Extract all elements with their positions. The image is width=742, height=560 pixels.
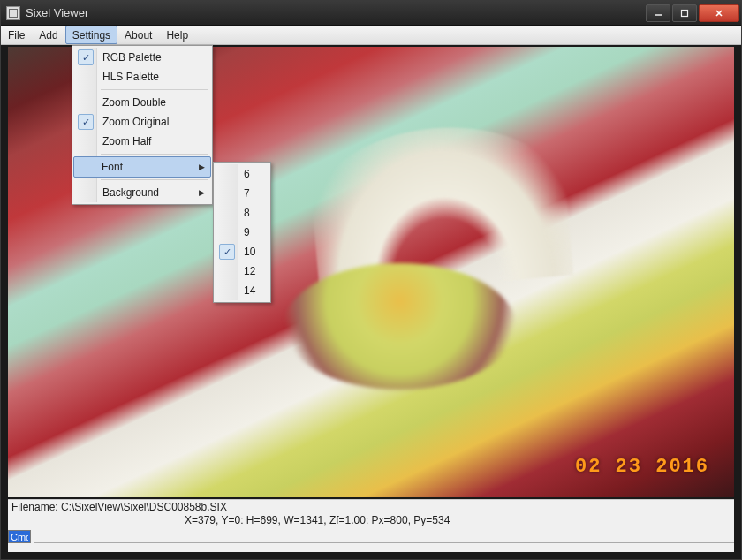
settings-dropdown: ✓ RGB Palette HLS Palette Zoom Double ✓ … (72, 45, 213, 205)
menuitem-font-7[interactable]: 7 (216, 184, 269, 203)
menu-help[interactable]: Help (159, 26, 195, 44)
menu-about[interactable]: About (117, 26, 159, 44)
submenu-arrow-icon: ▶ (199, 163, 205, 171)
statusbar: Filename: C:\SixelView\Sixel\DSC00858b.S… (8, 499, 734, 552)
menuitem-font-8[interactable]: 8 (216, 203, 269, 223)
menuitem-background[interactable]: Background ▶ (74, 183, 210, 202)
menuitem-hls-palette[interactable]: HLS Palette (74, 67, 210, 87)
image-datestamp: 02 23 2016 (575, 456, 709, 478)
menu-settings[interactable]: Settings (65, 26, 117, 44)
menu-file[interactable]: File (1, 26, 32, 44)
check-icon: ✓ (219, 244, 235, 260)
menuitem-rgb-palette[interactable]: ✓ RGB Palette (74, 48, 210, 67)
status-metrics: X=379, Y=0: H=699, W=1341, Zf=1.00: Px=8… (185, 514, 450, 528)
menu-add[interactable]: Add (32, 26, 64, 44)
close-button[interactable] (699, 4, 739, 22)
menuitem-font-12[interactable]: 12 (216, 261, 269, 281)
status-filename: Filename: C:\SixelView\Sixel\DSC00858b.S… (11, 501, 227, 513)
minimize-button[interactable] (646, 4, 670, 22)
menuitem-font-6[interactable]: 6 (216, 164, 269, 184)
submenu-arrow-icon: ▶ (199, 188, 205, 197)
window-controls (646, 4, 739, 22)
font-dropdown: 6 7 8 9 ✓ 10 12 14 (213, 162, 271, 303)
menubar: File Add Settings About Help (1, 26, 741, 45)
separator (101, 179, 208, 180)
app-window: Sixel Viewer File Add Settings About Hel… (0, 0, 742, 560)
check-icon: ✓ (78, 114, 94, 130)
titlebar[interactable]: Sixel Viewer (1, 1, 741, 26)
check-icon: ✓ (78, 49, 94, 65)
app-icon (6, 6, 20, 20)
menuitem-font[interactable]: Font ▶ (73, 156, 211, 178)
menuitem-zoom-double[interactable]: Zoom Double (74, 93, 210, 112)
menuitem-font-10[interactable]: ✓ 10 (216, 242, 269, 261)
window-title: Sixel Viewer (26, 6, 88, 19)
menuitem-font-9[interactable]: 9 (216, 223, 269, 242)
menuitem-font-14[interactable]: 14 (216, 281, 269, 300)
cmd-line[interactable] (34, 530, 734, 543)
svg-rect-1 (682, 10, 688, 16)
menuitem-zoom-half[interactable]: Zoom Half (74, 132, 210, 151)
maximize-button[interactable] (672, 4, 697, 22)
separator (101, 154, 208, 155)
separator (101, 89, 208, 90)
menuitem-zoom-original[interactable]: ✓ Zoom Original (74, 112, 210, 132)
cmd-input[interactable] (8, 530, 31, 543)
